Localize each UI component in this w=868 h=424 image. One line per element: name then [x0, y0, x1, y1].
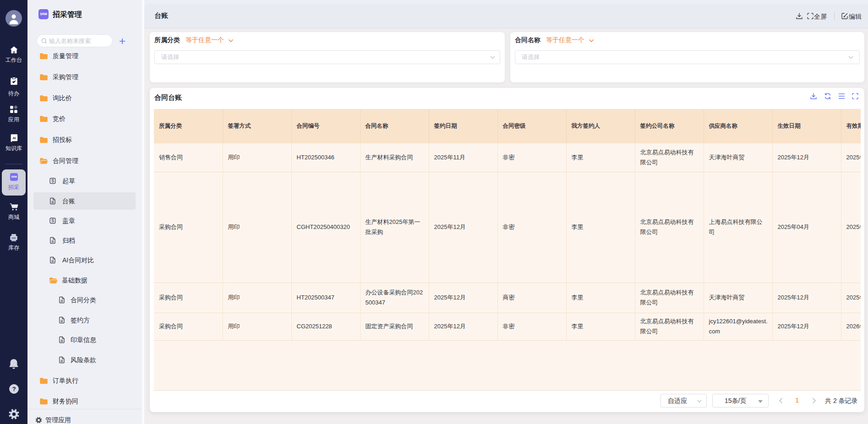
svg-text:AI: AI	[12, 136, 16, 140]
svg-text:?: ?	[12, 386, 16, 392]
